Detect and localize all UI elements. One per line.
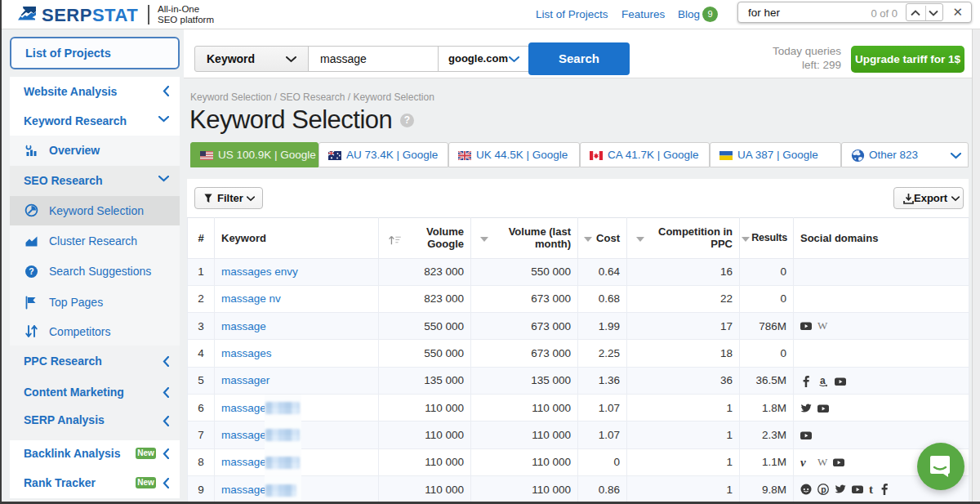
svg-text:?: ? — [29, 266, 33, 276]
svg-text:p: p — [821, 484, 826, 494]
svg-text:v: v — [800, 457, 806, 468]
svg-text:a: a — [820, 376, 826, 386]
